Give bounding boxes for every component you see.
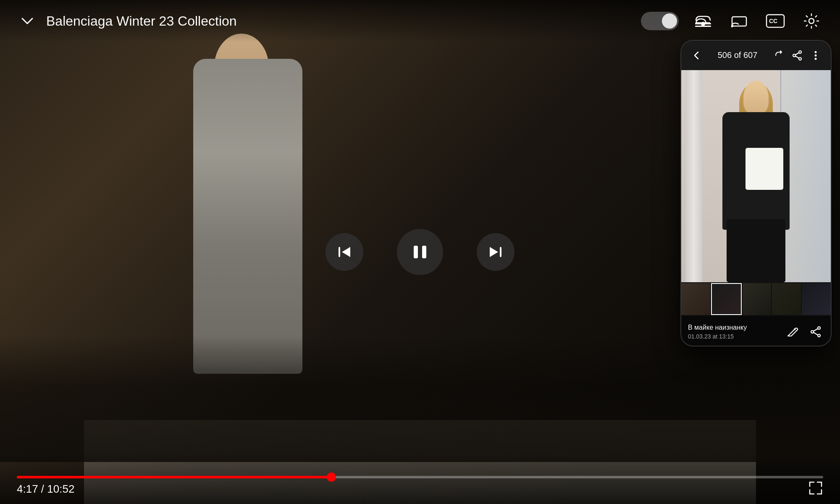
svg-point-18	[815, 51, 817, 53]
phone-main-photo[interactable]	[681, 70, 831, 282]
progress-thumb[interactable]	[327, 472, 336, 482]
svg-point-19	[815, 54, 817, 56]
photo-caption: В майке наизнанку 01.03.23 at 13:15	[688, 324, 784, 340]
svg-line-25	[814, 328, 818, 331]
svg-rect-4	[732, 17, 746, 26]
phone-footer-actions	[784, 323, 824, 340]
more-button[interactable]	[807, 47, 824, 64]
share-button[interactable]	[789, 47, 806, 64]
top-controls: CC	[641, 9, 823, 33]
redo-button[interactable]	[770, 47, 787, 64]
settings-button[interactable]	[800, 9, 823, 33]
thumbnail-4[interactable]	[772, 283, 801, 315]
progress-filled	[17, 476, 331, 478]
svg-line-26	[814, 332, 818, 335]
phone-back-button[interactable]	[688, 47, 705, 64]
svg-point-8	[809, 18, 814, 24]
photo-counter: 506 of 607	[718, 50, 758, 60]
progress-bar[interactable]	[17, 476, 823, 478]
woman-head	[743, 81, 769, 114]
thumbnail-5[interactable]	[802, 283, 831, 315]
caption-date: 01.03.23 at 13:15	[688, 333, 784, 340]
cast-button[interactable]	[691, 9, 715, 33]
svg-rect-2	[695, 23, 711, 24]
bottom-bar: 4:17 / 10:52	[0, 454, 840, 504]
caption-text: В майке наизнанку	[688, 324, 784, 331]
top-bar: Balenciaga Winter 23 Collection	[0, 0, 840, 42]
time-separator: /	[41, 483, 47, 495]
pause-play-button[interactable]	[397, 229, 443, 275]
phone-header-actions	[770, 47, 824, 64]
cast-button-2[interactable]	[727, 9, 751, 33]
next-button[interactable]	[477, 233, 514, 271]
center-controls	[326, 229, 514, 275]
svg-line-17	[795, 56, 799, 58]
phone-header: 506 of 607	[681, 41, 831, 70]
thumbnail-2[interactable]	[711, 283, 742, 315]
photo-thumbnails	[681, 282, 831, 316]
previous-button[interactable]	[326, 233, 363, 271]
svg-rect-12	[500, 247, 501, 257]
svg-point-20	[815, 58, 817, 60]
time-display: 4:17 / 10:52	[17, 483, 823, 496]
cc-button[interactable]: CC	[764, 9, 787, 33]
phone-footer: В майке наизнанку 01.03.23 at 13:15	[681, 316, 831, 346]
video-title: Balenciaga Winter 23 Collection	[46, 13, 641, 29]
svg-rect-11	[422, 246, 426, 258]
toggle-knob	[662, 13, 677, 29]
thumbnail-1[interactable]	[681, 283, 710, 315]
phone-overlay: 506 of 607	[680, 40, 832, 346]
pause-toggle[interactable]	[641, 12, 679, 30]
svg-rect-3	[695, 26, 711, 27]
edit-button[interactable]	[784, 323, 801, 340]
woman-figure	[714, 81, 798, 282]
room-column	[685, 70, 702, 282]
svg-line-21	[794, 329, 795, 330]
woman-body	[722, 112, 790, 230]
audience-area	[0, 336, 840, 462]
collapse-button[interactable]	[17, 10, 38, 32]
svg-text:CC: CC	[769, 18, 777, 24]
thumbnail-3[interactable]	[743, 283, 772, 315]
svg-rect-9	[339, 247, 340, 257]
total-time: 10:52	[47, 483, 74, 495]
expand-button[interactable]	[808, 480, 823, 496]
svg-rect-10	[414, 246, 418, 258]
woman-pants	[727, 219, 785, 282]
current-time: 4:17	[17, 483, 38, 495]
svg-line-16	[795, 52, 799, 55]
footer-share-button[interactable]	[807, 323, 824, 340]
figure-body	[193, 59, 302, 374]
svg-point-5	[731, 25, 733, 27]
woman-shirt	[746, 148, 783, 190]
